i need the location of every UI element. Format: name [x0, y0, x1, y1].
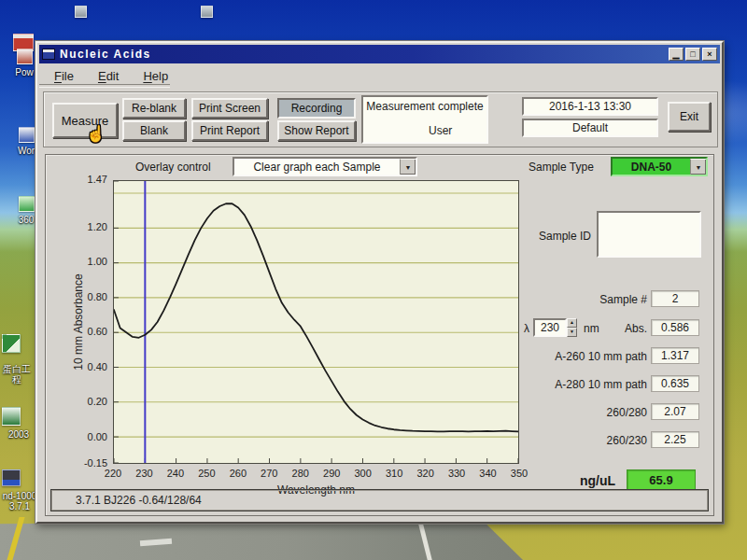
chart-area: 10 mm Absorbance Wavelength nm 1.471.201…: [46, 155, 713, 515]
wavelength-input[interactable]: 230: [533, 318, 567, 337]
recording-button[interactable]: Recording: [277, 98, 356, 119]
sample-number-value: 2: [651, 290, 699, 307]
user-value-box[interactable]: Default: [522, 119, 658, 137]
ratio-260-280-label: 260/280: [569, 406, 647, 419]
x-tick-label: 350: [504, 468, 534, 479]
desktop-icon-label[interactable]: 蛋白工程: [0, 364, 34, 385]
nm-unit-label: nm: [584, 322, 599, 335]
360-icon[interactable]: [19, 196, 35, 212]
desktop-shortcut-icon[interactable]: [75, 6, 87, 18]
x-tick-label: 310: [379, 468, 409, 479]
spinner-up-icon[interactable]: ▲: [567, 318, 577, 328]
menu-file[interactable]: File: [54, 69, 74, 83]
concentration-value: 65.9: [627, 469, 696, 490]
menu-edit[interactable]: Edit: [98, 69, 119, 83]
desktop-shortcut-icon[interactable]: [201, 6, 213, 18]
x-tick-label: 320: [411, 468, 441, 479]
window-title: Nucleic Acids: [60, 48, 667, 61]
y-tick-label: 0.20: [72, 396, 107, 407]
y-tick-label: 1.20: [72, 221, 107, 232]
concentration-unit-label: ng/uL: [550, 473, 615, 488]
nd1000-software-icon[interactable]: [2, 469, 21, 486]
a280-value: 0.635: [651, 375, 699, 392]
app-icon: [42, 49, 55, 60]
x-tick-label: 220: [98, 468, 128, 479]
title-bar[interactable]: Nucleic Acids ▁ □ ×: [39, 45, 720, 63]
a260-label: A-260 10 mm path: [531, 350, 647, 363]
x-tick-label: 300: [348, 468, 378, 479]
user-label: User: [429, 124, 452, 137]
sample-id-label: Sample ID: [511, 230, 591, 243]
y-tick-label: 0.40: [72, 361, 107, 372]
desktop-icon-label[interactable]: nd-1000 3.7.1: [0, 491, 39, 511]
spinner-down-icon[interactable]: ▼: [567, 328, 577, 337]
spectrum-svg: [114, 181, 518, 463]
spectrum-plot[interactable]: [113, 180, 519, 464]
x-tick-label: 340: [473, 468, 503, 479]
maximize-button[interactable]: □: [685, 48, 700, 61]
sample-number-label: Sample #: [569, 293, 647, 306]
print-report-button[interactable]: Print Report: [191, 120, 268, 141]
x-tick-label: 290: [317, 468, 346, 479]
a260-value: 1.317: [651, 347, 699, 364]
status-bar: 3.7.1 BJ226 -0.64/128/64: [50, 489, 709, 511]
measurement-status-box: Measurement complete: [361, 95, 488, 144]
minimize-button[interactable]: ▁: [669, 48, 684, 61]
menu-help[interactable]: Help: [143, 69, 168, 83]
app-icon[interactable]: [2, 334, 21, 353]
x-tick-label: 270: [254, 468, 284, 479]
x-tick-label: 260: [223, 468, 253, 479]
x-tick-label: 330: [442, 468, 472, 479]
a280-label: A-280 10 mm path: [531, 378, 647, 391]
ratio-260-280-value: 2.07: [651, 403, 699, 420]
abs-label: Abs.: [606, 322, 647, 335]
wallpaper-road: [0, 519, 523, 560]
x-tick-label: 230: [129, 468, 159, 479]
x-tick-label: 240: [161, 468, 190, 479]
y-tick-label: 0.60: [72, 326, 107, 337]
x-tick-label: 280: [286, 468, 316, 479]
blank-button[interactable]: Blank: [122, 120, 186, 141]
word-icon[interactable]: [19, 127, 35, 143]
excel-icon[interactable]: [2, 407, 21, 426]
powerpoint-icon[interactable]: [17, 49, 33, 64]
ratio-260-230-label: 260/230: [569, 434, 647, 447]
y-tick-label: 0.00: [72, 431, 107, 442]
main-panel: Overlay control Clear graph each Sample …: [45, 154, 714, 516]
measure-button[interactable]: Measure ☝: [52, 103, 118, 138]
lambda-symbol: λ: [524, 322, 529, 335]
x-tick-label: 250: [191, 468, 221, 479]
menu-bar: File Edit Help: [41, 65, 168, 86]
exit-button[interactable]: Exit: [668, 102, 711, 132]
toolbar: Measure ☝ Re-blank Blank Print Screen Pr…: [43, 91, 718, 147]
reblank-button[interactable]: Re-blank: [122, 98, 186, 119]
print-screen-button[interactable]: Print Screen: [191, 98, 268, 119]
status-bar-text: 3.7.1 BJ226 -0.64/128/64: [76, 494, 202, 507]
datetime-box: 2016-1-13 13:30: [522, 97, 658, 116]
ratio-260-230-value: 2.25: [651, 431, 699, 448]
y-tick-label: 1.47: [72, 174, 107, 185]
sample-id-input[interactable]: [597, 211, 701, 258]
abs-value: 0.586: [651, 319, 699, 336]
show-report-button[interactable]: Show Report: [277, 120, 356, 141]
y-tick-label: 0.80: [72, 291, 107, 302]
wavelength-spinner[interactable]: ▲ ▼: [567, 318, 577, 337]
close-button[interactable]: ×: [702, 48, 717, 61]
desktop-icon-label[interactable]: 2003: [0, 429, 37, 440]
y-tick-label: 1.00: [72, 256, 107, 267]
nucleic-acids-window: Nucleic Acids ▁ □ × File Edit Help Measu…: [35, 41, 724, 524]
